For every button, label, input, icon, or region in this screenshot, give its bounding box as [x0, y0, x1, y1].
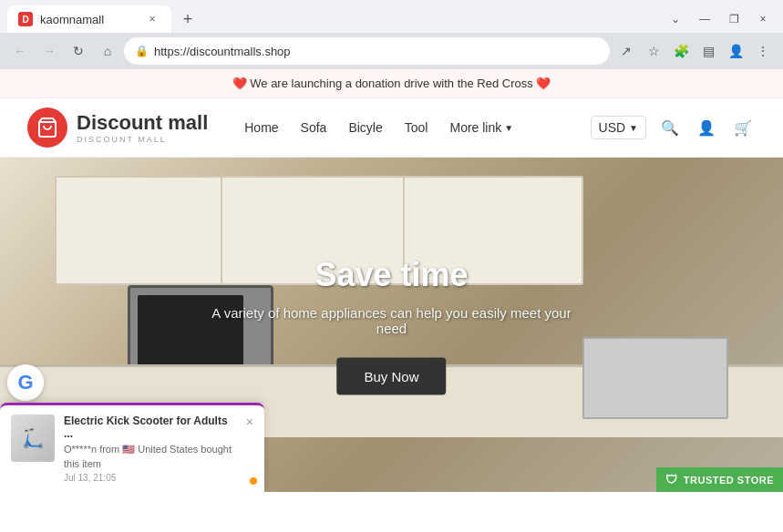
- refresh-button[interactable]: ↻: [66, 38, 91, 64]
- logo-title: Discount mall: [77, 111, 208, 135]
- close-button[interactable]: ×: [750, 6, 776, 32]
- notification-close-button[interactable]: ×: [246, 414, 253, 429]
- notification-time: Jul 13, 21:05: [64, 473, 237, 483]
- toolbar-actions: ↗ ☆ 🧩 ▤ 👤 ⋮: [613, 38, 776, 64]
- forward-button[interactable]: →: [36, 38, 62, 64]
- notification-product-image: 🛴: [11, 414, 55, 462]
- trusted-store-badge: 🛡 TRUSTED STORE: [656, 467, 783, 492]
- nav-item-tool[interactable]: Tool: [405, 120, 428, 135]
- flag-icon: 🇺🇸: [122, 444, 135, 455]
- tab-close-button[interactable]: ×: [144, 11, 160, 27]
- sidebar-icon[interactable]: ▤: [695, 38, 721, 64]
- notification-description: O*****n from 🇺🇸 United States bought thi…: [64, 443, 237, 471]
- nav-item-home[interactable]: Home: [244, 120, 278, 135]
- logo-area[interactable]: Discount mall DISCOUNT MALL: [27, 107, 208, 148]
- title-bar: D kaomnamall × + ⌄ — ❒ ×: [0, 0, 783, 33]
- notification-popup: 🛴 Electric Kick Scooter for Adults ... O…: [0, 403, 264, 492]
- sink: [582, 337, 728, 419]
- tab-title: kaomnamall: [40, 13, 104, 26]
- heart-icon-left: ❤️: [232, 77, 247, 90]
- home-button[interactable]: ⌂: [95, 38, 120, 64]
- bookmark-icon[interactable]: ☆: [641, 38, 666, 64]
- heart-icon-right: ❤️: [536, 77, 551, 90]
- user-icon[interactable]: 👤: [694, 115, 719, 140]
- notification-content: Electric Kick Scooter for Adults ... O**…: [64, 414, 237, 483]
- shield-icon: 🛡: [665, 473, 678, 486]
- logo-icon: [27, 107, 67, 148]
- website-content: ❤️ We are launching a donation drive wit…: [0, 69, 783, 532]
- browser-toolbar: ← → ↻ ⌂ 🔒 https://discountmalls.shop ↗ ☆…: [0, 33, 783, 69]
- extensions-icon[interactable]: 🧩: [668, 38, 694, 64]
- hero-subtitle: A variety of home appliances can help yo…: [196, 304, 588, 335]
- notification-title: Electric Kick Scooter for Adults ...: [64, 414, 237, 440]
- lock-icon: 🔒: [135, 45, 149, 57]
- maximize-button[interactable]: ❒: [721, 6, 747, 32]
- menu-icon[interactable]: ⋮: [750, 38, 776, 64]
- chevron-down-icon[interactable]: ⌄: [663, 6, 688, 32]
- tab-favicon: D: [18, 12, 33, 26]
- site-header: Discount mall DISCOUNT MALL Home Sofa Bi…: [0, 98, 783, 158]
- currency-chevron: ▼: [629, 123, 638, 133]
- nav-menu: Home Sofa Bicyle Tool More link ▼: [244, 120, 590, 135]
- logo-text: Discount mall DISCOUNT MALL: [77, 111, 208, 144]
- announcement-text: We are launching a donation drive with t…: [250, 77, 533, 90]
- hero-content: Save time A variety of home appliances c…: [196, 255, 588, 394]
- currency-selector[interactable]: USD ▼: [591, 116, 646, 139]
- header-actions: USD ▼ 🔍 👤 🛒: [591, 115, 756, 140]
- announcement-bar: ❤️ We are launching a donation drive wit…: [0, 69, 783, 98]
- back-button[interactable]: ←: [7, 38, 33, 64]
- window-controls: ⌄ — ❒ ×: [663, 6, 776, 32]
- browser-window: D kaomnamall × + ⌄ — ❒ × ← → ↻ ⌂ 🔒 https…: [0, 0, 783, 532]
- nav-item-more[interactable]: More link ▼: [449, 120, 513, 135]
- hero-banner: Save time A variety of home appliances c…: [0, 158, 783, 492]
- chevron-down-icon: ▼: [504, 123, 513, 133]
- share-icon[interactable]: ↗: [613, 38, 639, 64]
- cart-icon[interactable]: 🛒: [730, 115, 756, 140]
- trusted-store-label: TRUSTED STORE: [684, 475, 774, 486]
- new-tab-button[interactable]: +: [175, 6, 201, 32]
- address-bar[interactable]: 🔒 https://discountmalls.shop: [124, 37, 610, 65]
- profile-icon[interactable]: 👤: [723, 38, 748, 64]
- nav-item-bicyle[interactable]: Bicyle: [348, 120, 382, 135]
- hero-title: Save time: [196, 255, 588, 293]
- active-tab[interactable]: D kaomnamall ×: [7, 5, 171, 33]
- minimize-button[interactable]: —: [692, 6, 717, 32]
- notification-dot: [250, 477, 257, 485]
- search-icon[interactable]: 🔍: [657, 115, 683, 140]
- buy-now-button[interactable]: Buy Now: [336, 357, 446, 394]
- nav-item-sofa[interactable]: Sofa: [301, 120, 327, 135]
- currency-label: USD: [599, 120, 626, 135]
- url-text: https://discountmalls.shop: [154, 45, 599, 58]
- google-icon[interactable]: G: [7, 364, 44, 401]
- logo-subtitle: DISCOUNT MALL: [77, 135, 208, 144]
